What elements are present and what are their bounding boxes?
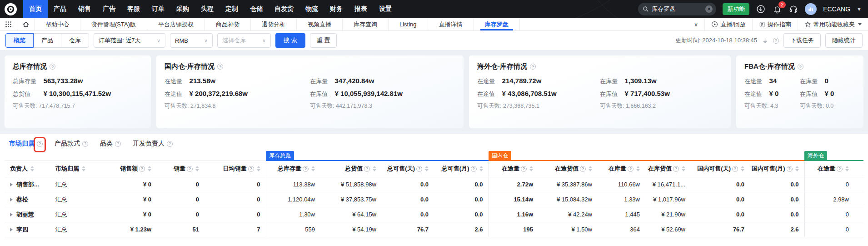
topnav-item[interactable]: 产品 [48,0,72,18]
app-logo-icon[interactable] [5,3,17,15]
operation-guide-link[interactable]: 操作指南 [752,18,798,30]
user-avatar[interactable] [805,3,817,15]
expand-row-icon[interactable] [10,228,13,231]
column-help-icon[interactable]: ? [837,166,843,172]
sort-icon[interactable] [741,166,744,171]
topnav-item[interactable]: 报表 [349,0,373,18]
topnav-item[interactable]: 订单 [146,0,170,18]
column-help-icon[interactable]: ? [364,166,370,172]
topnav-item[interactable]: 客服 [121,0,146,18]
column-header[interactable]: 销售额? [98,161,157,177]
column-help-icon[interactable]: ? [139,166,145,172]
topnav-item[interactable]: 财务 [324,0,349,18]
sort-icon[interactable] [795,166,799,171]
column-help-icon[interactable]: ? [787,166,793,172]
column-header[interactable]: 在途量? [489,161,539,177]
column-header[interactable]: 在库量? [598,161,645,177]
page-tab[interactable]: 退货分析 [251,18,297,30]
search-input[interactable] [652,6,703,13]
dimension-tab-help-icon[interactable]: ? [82,141,88,147]
column-header[interactable]: 在库货值? [645,161,691,177]
page-tab[interactable]: 视频直播 [297,18,343,30]
page-tab[interactable]: 直播详情 [428,18,474,30]
column-help-icon[interactable]: ? [673,166,679,172]
dimension-tab-help-icon[interactable]: ? [115,141,121,147]
sort-icon[interactable] [529,166,533,171]
column-help-icon[interactable]: ? [732,166,738,172]
warehouse-select[interactable]: 选择仓库∨ [217,33,271,48]
expand-row-icon[interactable] [10,198,13,201]
table-scroll-area[interactable]: 库存总览国内仓海外仓 负责人市场归属销售额?销量?日均销量?总库存量?总货值?总… [5,151,863,237]
expand-row-icon[interactable] [10,183,13,186]
page-tab[interactable]: Listing [389,18,428,30]
sort-icon[interactable] [589,166,592,171]
card-help-icon[interactable]: ? [530,64,536,70]
page-tab[interactable]: 库存查询 [343,18,389,30]
refresh-download-arrow-icon[interactable] [762,37,768,44]
account-name[interactable]: ECCANG [823,5,850,13]
account-chevron-down-icon[interactable]: ▼ [857,6,862,12]
column-header[interactable]: 市场归属 [50,161,98,177]
clear-search-icon[interactable]: ✕ [705,5,713,13]
expand-row-icon[interactable] [10,213,13,216]
topnav-item[interactable]: 定制 [219,0,244,18]
topnav-item[interactable]: 广告 [97,0,121,18]
support-headset-icon[interactable] [788,4,798,14]
collapse-chevron-icon[interactable]: ∨ [688,18,705,30]
dimension-tab[interactable]: 市场归属? [9,140,43,148]
sort-icon[interactable] [30,166,34,171]
global-search[interactable]: ✕ [638,3,716,15]
order-range-select[interactable]: 订单范围: 近7天∨ [94,33,165,48]
column-header[interactable]: 在途货值? [854,161,863,177]
dimension-tab[interactable]: 产品款式? [55,140,88,148]
sort-icon[interactable] [148,166,151,171]
page-tab[interactable]: 商品补货 [205,18,251,30]
column-help-icon[interactable]: ? [416,166,422,172]
column-header[interactable]: 国内可售(天)? [691,161,750,177]
sort-icon[interactable] [479,166,483,171]
view-mode-button[interactable]: 概览 [5,33,34,48]
apps-grid-icon[interactable] [0,18,17,30]
topnav-item[interactable]: 自发货 [269,0,299,18]
topnav-item[interactable]: 首页 [23,0,48,18]
column-help-icon[interactable]: ? [471,166,477,172]
reset-button[interactable]: 重 置 [310,33,337,48]
card-help-icon[interactable]: ? [217,64,223,70]
topnav-item[interactable]: 头程 [195,0,219,18]
column-header[interactable]: 总库存量? [266,161,320,177]
column-header[interactable]: 总可售(月)? [434,161,489,177]
currency-select[interactable]: RMB∨ [170,33,213,48]
new-feature-button[interactable]: 新功能 [723,3,749,15]
topnav-item[interactable]: 仓储 [244,0,269,18]
column-help-icon[interactable]: ? [628,166,634,172]
dimension-tab[interactable]: 品类? [100,140,121,148]
card-help-icon[interactable]: ? [50,64,55,70]
card-help-icon[interactable]: ? [798,64,803,70]
column-header[interactable]: 销量? [157,161,205,177]
column-help-icon[interactable]: ? [187,166,193,172]
view-mode-button[interactable]: 产品 [33,33,61,48]
dimension-tab-help-icon[interactable]: ? [37,141,43,147]
favorites-menu[interactable]: 常用功能收藏夹 [798,18,868,30]
column-header[interactable]: 负责人 [5,161,50,177]
column-header[interactable]: 在途量? [804,161,854,177]
live-replay-link[interactable]: 直播/回放 [704,18,752,30]
column-header[interactable]: 总货值? [320,161,382,177]
search-button[interactable]: 搜 索 [275,33,305,48]
column-header[interactable]: 国内可售(月)? [750,161,804,177]
sort-icon[interactable] [425,166,429,171]
page-tab[interactable]: 帮助中心 [35,18,80,30]
page-tab[interactable]: 货件管理(STA)版 [80,18,147,30]
topnav-item[interactable]: 设置 [373,0,398,18]
page-tab[interactable]: 库存罗盘 [474,18,520,30]
home-icon[interactable] [17,18,35,30]
topnav-item[interactable]: 物流 [299,0,324,18]
view-mode-button[interactable]: 仓库 [61,33,89,48]
hide-stats-button[interactable]: 隐藏统计 [825,33,863,48]
column-help-icon[interactable]: ? [580,166,586,172]
page-tab[interactable]: 平台店铺授权 [147,18,205,30]
dimension-tab[interactable]: 开发负责人? [133,140,173,148]
column-header[interactable]: 日均销量? [205,161,266,177]
column-help-icon[interactable]: ? [248,166,254,172]
topnav-item[interactable]: 销售 [72,0,97,18]
